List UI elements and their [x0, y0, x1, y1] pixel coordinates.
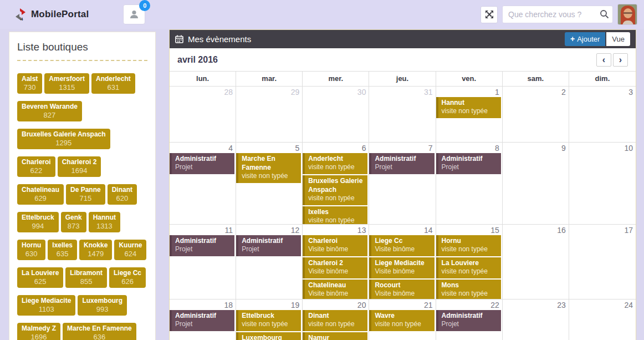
day-cell[interactable]: 11AdministratifProjet — [170, 225, 236, 299]
day-cell[interactable]: 29 — [236, 87, 303, 142]
day-number: 5 — [236, 143, 302, 153]
day-cell[interactable]: 22AdministratifProjet — [436, 300, 503, 340]
calendar-event[interactable]: Wavrevisite non typée — [369, 310, 434, 331]
event-title: Administratif — [375, 154, 431, 163]
calendar-event[interactable]: Luxembourgvisite non typée — [236, 332, 301, 340]
day-cell[interactable]: 6Anderlechtvisite non typéeBruxelles Gal… — [303, 143, 369, 224]
store-button[interactable]: Ettelbruck994 — [17, 212, 59, 232]
day-cell[interactable]: 23 — [503, 300, 569, 340]
calendar-event[interactable]: Monsvisite non typée — [436, 280, 501, 299]
user-avatar[interactable] — [617, 4, 637, 25]
store-name-label: Hannut — [93, 214, 116, 222]
calendar-event[interactable]: ChatelineauVisite binôme — [303, 280, 367, 299]
day-cell[interactable]: 17 — [569, 225, 636, 299]
day-cell[interactable]: 28 — [170, 87, 236, 142]
day-cell[interactable]: 18AdministratifProjet — [170, 300, 236, 340]
day-events: Hannutvisite non typée — [436, 97, 502, 118]
search-input[interactable] — [502, 6, 613, 23]
store-button[interactable]: Chatelineau629 — [17, 184, 64, 205]
store-button[interactable]: Dinant620 — [108, 184, 137, 205]
store-button[interactable]: Charleroi622 — [17, 156, 55, 177]
calendar-event[interactable]: CharleroiVisite binôme — [303, 235, 367, 256]
store-button[interactable]: Ixelles635 — [48, 240, 77, 260]
calendar-event[interactable]: AdministratifProjet — [369, 153, 434, 174]
store-button[interactable]: Beveren Warande827 — [17, 101, 82, 121]
calendar-event[interactable]: Ettelbruckvisite non typée — [236, 310, 301, 331]
store-button[interactable]: Libramont855 — [65, 267, 107, 288]
day-cell[interactable]: 21Wavrevisite non typée — [369, 300, 436, 340]
user-notifications-button[interactable]: 0 — [123, 4, 145, 24]
calendar-event[interactable]: Dinantvisite non typée — [303, 310, 367, 331]
day-cell[interactable]: 3 — [569, 87, 636, 142]
fullscreen-button[interactable] — [481, 6, 498, 23]
calendar-event[interactable]: RocourtVisite binôme — [369, 280, 434, 299]
day-cell[interactable]: 15Hornuvisite non typéeLa Louvierevisite… — [436, 225, 503, 299]
day-cell[interactable]: 30 — [303, 87, 369, 142]
store-button[interactable]: Kuurne624 — [114, 240, 146, 260]
calendar-event[interactable]: AdministratifProjet — [436, 153, 501, 174]
store-name-label: Beveren Warande — [22, 103, 78, 111]
store-button[interactable]: La Louviere625 — [17, 267, 63, 288]
calendar-event[interactable]: Ixellesvisite non typée — [303, 206, 367, 224]
day-cell[interactable]: 24 — [569, 300, 636, 340]
store-button[interactable]: Charleroi 21694 — [58, 156, 101, 177]
calendar-event[interactable]: Hannutvisite non typée — [436, 97, 501, 118]
store-button[interactable]: Liege Cc626 — [109, 267, 146, 288]
store-button[interactable]: Liege Mediacite1103 — [17, 295, 75, 316]
day-cell[interactable]: 5Marche En Famennevisite non typée — [236, 143, 303, 224]
calendar-event[interactable]: Hornuvisite non typée — [436, 235, 501, 256]
calendar-event[interactable]: Liege CcVisite binôme — [369, 235, 434, 256]
calendar-event[interactable]: AdministratifProjet — [170, 310, 234, 331]
calendar-event[interactable]: La Louvierevisite non typée — [436, 257, 501, 278]
store-button[interactable]: Genk873 — [61, 212, 86, 232]
day-cell[interactable]: 8AdministratifProjet — [436, 143, 503, 224]
store-button[interactable]: Marche En Famenne636 — [63, 323, 136, 340]
store-button[interactable]: Knokke1479 — [79, 240, 112, 260]
event-title: Administratif — [175, 311, 231, 320]
day-cell[interactable]: 9 — [503, 143, 569, 224]
add-event-button[interactable]: + Ajouter — [565, 32, 605, 46]
view-button[interactable]: Vue — [606, 32, 630, 46]
calendar-event[interactable]: AdministratifProjet — [236, 235, 301, 256]
day-cell[interactable]: 14Liege CcVisite binômeLiege MediaciteVi… — [369, 225, 436, 299]
day-cell[interactable]: 7AdministratifProjet — [369, 143, 436, 224]
day-events: Marche En Famennevisite non typée — [236, 153, 302, 183]
event-subtitle: visite non typée — [308, 216, 364, 224]
calendar-event[interactable]: AdministratifProjet — [436, 310, 501, 331]
calendar-event[interactable]: Marche En Famennevisite non typée — [236, 153, 301, 183]
calendar-event[interactable]: Namurvisite non typée — [303, 332, 367, 340]
day-cell[interactable]: 13CharleroiVisite binômeCharleroi 2Visit… — [303, 225, 369, 299]
store-button[interactable]: Aalst730 — [17, 73, 42, 94]
day-cell[interactable]: 31 — [369, 87, 436, 142]
day-cell[interactable]: 12AdministratifProjet — [236, 225, 303, 299]
calendar-event[interactable]: Bruxelles Galerie Anspachvisite non typé… — [303, 175, 367, 205]
notification-badge: 0 — [139, 0, 150, 11]
store-button[interactable]: Hornu630 — [17, 240, 45, 260]
calendar-event[interactable]: Anderlechtvisite non typée — [303, 153, 367, 174]
store-button[interactable]: Anderlecht631 — [91, 73, 135, 94]
day-cell[interactable]: 10 — [569, 143, 636, 224]
store-button[interactable]: De Panne715 — [66, 184, 105, 205]
calendar-event[interactable]: Liege MediaciteVisite binôme — [369, 257, 434, 278]
day-cell[interactable]: 20Dinantvisite non typéeNamurvisite non … — [303, 300, 369, 340]
store-button[interactable]: Bruxelles Galerie Anspach1295 — [17, 129, 110, 149]
day-cell[interactable]: 4AdministratifProjet — [170, 143, 236, 224]
search-icon[interactable] — [600, 9, 609, 19]
calendar-event[interactable]: AdministratifProjet — [170, 153, 234, 174]
day-cell[interactable]: 16 — [503, 225, 569, 299]
store-button[interactable]: Amersfoort1315 — [44, 73, 89, 94]
next-month-button[interactable]: › — [613, 53, 628, 67]
calendar-week-row: 18AdministratifProjet19Ettelbruckvisite … — [170, 300, 636, 340]
day-number: 19 — [236, 300, 302, 310]
day-cell[interactable]: 2 — [503, 87, 569, 142]
store-button[interactable]: Hannut1313 — [89, 212, 120, 232]
brand-logo[interactable]: 4 MobilePortal — [13, 8, 89, 21]
calendar-event[interactable]: Charleroi 2Visite binôme — [303, 257, 367, 278]
event-title: Administratif — [242, 236, 298, 245]
store-button[interactable]: Luxembourg993 — [78, 295, 127, 316]
prev-month-button[interactable]: ‹ — [596, 53, 611, 67]
store-button[interactable]: Malmedy Z1696 — [17, 323, 60, 340]
calendar-event[interactable]: AdministratifProjet — [170, 235, 234, 256]
day-cell[interactable]: 19Ettelbruckvisite non typéeLuxembourgvi… — [236, 300, 303, 340]
day-cell[interactable]: 1Hannutvisite non typée — [436, 87, 503, 142]
